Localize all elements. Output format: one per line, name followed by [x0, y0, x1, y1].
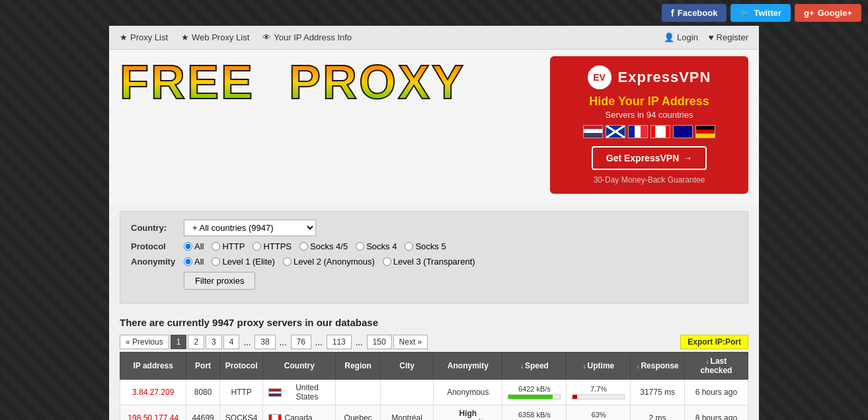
anon-level2[interactable]: Level 2 (Anonymous): [283, 257, 375, 267]
next-page-button[interactable]: Next »: [393, 335, 428, 349]
facebook-button[interactable]: f Facebook: [662, 4, 727, 22]
th-speed: ↓Speed: [502, 353, 567, 380]
country-filter-label: Country:: [131, 223, 184, 233]
page-1-button[interactable]: 1: [171, 335, 187, 349]
cell-anonymity: Anonymous: [434, 380, 502, 405]
protocol-socks5[interactable]: Socks 5: [405, 241, 446, 251]
twitter-label: Twitter: [754, 8, 781, 18]
nav-register[interactable]: ♥ Register: [709, 32, 748, 42]
country-name: Canada: [284, 413, 312, 420]
flag-ca: [651, 125, 670, 138]
filter-proxies-button[interactable]: Filter proxies: [184, 272, 255, 290]
cell-protocol: HTTP: [219, 380, 263, 405]
th-city: City: [380, 353, 433, 380]
nav-left: ★ Proxy List ★ Web Proxy List 👁 Your IP …: [120, 32, 352, 42]
uptime-value: 63%: [591, 411, 606, 419]
th-port: Port: [186, 353, 219, 380]
nav-proxy-list-label: Proxy List: [130, 32, 168, 42]
facebook-label: Facebook: [678, 8, 718, 18]
nav-ip-address[interactable]: 👁 Your IP Address Info: [262, 32, 352, 42]
page-4-button[interactable]: 4: [223, 335, 240, 349]
protocol-all[interactable]: All: [184, 241, 204, 251]
cell-speed: 6422 kB/s: [502, 380, 567, 405]
protocol-http[interactable]: HTTP: [212, 241, 245, 251]
cell-port: 44699: [186, 405, 219, 421]
cell-last-checked: 8 hours ago: [684, 405, 748, 421]
cell-protocol: SOCKS4: [219, 405, 263, 421]
ellipsis-3: ...: [313, 337, 325, 347]
export-btn-label: Export IP:Port: [688, 337, 741, 347]
nav-web-proxy-list[interactable]: ★ Web Proxy List: [181, 32, 249, 42]
table-row: 3.84.27.209 8080 HTTP United States Anon…: [120, 380, 748, 405]
anon-level1[interactable]: Level 1 (Elite): [212, 257, 274, 267]
table-header-row: IP address Port Protocol Country Region …: [120, 353, 748, 380]
protocol-socks4[interactable]: Socks 4: [356, 241, 397, 251]
flag-de: [695, 125, 715, 138]
anonymity-filter-label: Anonymity: [131, 257, 184, 267]
expressvpn-flags: [561, 125, 738, 138]
nav-ip-address-label: Your IP Address Info: [274, 32, 352, 42]
cell-response: 31775 ms: [631, 380, 684, 405]
page-113-button[interactable]: 113: [327, 335, 352, 349]
prev-page-button[interactable]: « Previous: [120, 335, 169, 349]
anonymity-radio-group: All Level 1 (Elite) Level 2 (Anonymous) …: [184, 257, 475, 267]
page-3-button[interactable]: 3: [206, 335, 222, 349]
expressvpn-button[interactable]: Get ExpressVPN →: [592, 146, 707, 170]
nav-login-label: Login: [677, 32, 698, 42]
protocol-socks45[interactable]: Socks 4/5: [299, 241, 348, 251]
country-name: United States: [284, 383, 330, 401]
speed-value: 6422 kB/s: [518, 385, 551, 393]
protocol-https[interactable]: HTTPS: [253, 241, 292, 251]
proxy-table: IP address Port Protocol Country Region …: [120, 352, 748, 420]
twitter-button[interactable]: 🐦 Twitter: [730, 4, 791, 22]
anon-all[interactable]: All: [184, 257, 204, 267]
anonymity-filter-row: Anonymity All Level 1 (Elite) Level 2 (A…: [131, 257, 737, 267]
cell-ip: 198.50.177.44: [120, 405, 186, 421]
nav-proxy-list[interactable]: ★ Proxy List: [120, 32, 168, 42]
cell-response: 2 ms: [631, 405, 684, 421]
ip-link[interactable]: 198.50.177.44: [128, 413, 178, 420]
uptime-bar-fill: [572, 395, 576, 399]
cell-country: Canada: [263, 405, 336, 421]
page-38-button[interactable]: 38: [255, 335, 275, 349]
cell-port: 8080: [186, 380, 219, 405]
googleplus-button[interactable]: g+ Google+: [795, 4, 861, 22]
country-select[interactable]: + All countries (9947): [184, 220, 316, 236]
flag-au: [673, 125, 693, 138]
cell-country: United States: [263, 380, 336, 405]
expressvpn-name: ExpressVPN: [618, 69, 711, 86]
anon-level3[interactable]: Level 3 (Transparent): [383, 257, 475, 267]
hero-section: FREE PROXY EV ExpressVPN Hide Your IP Ad…: [109, 50, 759, 204]
heart-icon: ♥: [709, 32, 714, 42]
country-flag: [268, 388, 281, 397]
cell-uptime: 63%: [567, 405, 631, 421]
ellipsis-4: ...: [353, 337, 366, 347]
page-150-button[interactable]: 150: [367, 335, 392, 349]
page-76-button[interactable]: 76: [291, 335, 311, 349]
ellipsis-2: ...: [277, 337, 290, 347]
protocol-filter-row: Protocol All HTTP HTTPS Socks 4/5 Socks …: [131, 241, 737, 251]
ip-link[interactable]: 3.84.27.209: [132, 388, 174, 397]
arrow-icon: →: [683, 153, 692, 163]
filter-section: Country: + All countries (9947) Protocol…: [120, 211, 748, 304]
googleplus-icon: g+: [804, 8, 814, 18]
nav-bar: ★ Proxy List ★ Web Proxy List 👁 Your IP …: [109, 26, 759, 50]
cell-ip: 3.84.27.209: [120, 380, 186, 405]
top-bar: f Facebook 🐦 Twitter g+ Google+: [0, 0, 868, 26]
flag-uk: [606, 125, 625, 138]
export-button[interactable]: Export IP:Port: [680, 335, 748, 349]
main-container: ★ Proxy List ★ Web Proxy List 👁 Your IP …: [109, 26, 759, 420]
country-filter-row: Country: + All countries (9947): [131, 220, 737, 236]
facebook-icon: f: [671, 7, 674, 19]
person-icon: 👤: [664, 32, 674, 42]
flag-fr: [628, 125, 648, 138]
eye-icon: 👁: [262, 32, 271, 42]
th-protocol: Protocol: [219, 353, 263, 380]
th-ip: IP address: [120, 353, 186, 380]
nav-login[interactable]: 👤 Login: [664, 32, 698, 42]
ev-logo-icon: EV: [588, 65, 612, 89]
nav-web-proxy-list-label: Web Proxy List: [192, 32, 249, 42]
page-2-button[interactable]: 2: [188, 335, 204, 349]
expressvpn-box: EV ExpressVPN Hide Your IP Address Serve…: [550, 56, 748, 194]
speed-bar-bg: [508, 394, 561, 399]
